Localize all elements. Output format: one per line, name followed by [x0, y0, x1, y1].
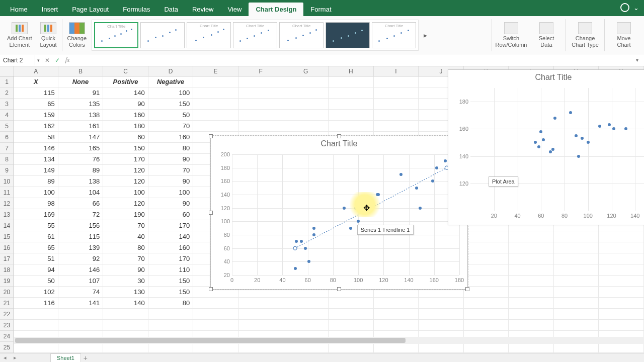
- move-chart-button[interactable]: Move Chart: [608, 22, 640, 47]
- cell[interactable]: 120: [103, 165, 148, 176]
- cell[interactable]: 147: [58, 132, 104, 143]
- cell[interactable]: [14, 309, 58, 320]
- cell[interactable]: 150: [103, 143, 148, 154]
- sheet-tab[interactable]: Sheet1: [50, 353, 81, 362]
- row-header[interactable]: 1: [0, 76, 14, 87]
- row-header[interactable]: 6: [0, 132, 14, 143]
- tab-insert[interactable]: Insert: [35, 3, 65, 16]
- row-header[interactable]: 18: [0, 264, 14, 276]
- row-header[interactable]: 5: [0, 121, 14, 132]
- row-header[interactable]: 10: [0, 176, 14, 187]
- cell[interactable]: 180: [103, 121, 148, 132]
- cell[interactable]: None: [58, 76, 104, 87]
- cell[interactable]: 169: [14, 209, 58, 220]
- row-header[interactable]: 24: [0, 331, 14, 342]
- cell[interactable]: [599, 298, 644, 309]
- row-header[interactable]: 8: [0, 154, 14, 165]
- data-point[interactable]: [542, 138, 545, 141]
- row-header[interactable]: 14: [0, 220, 14, 231]
- data-point[interactable]: [569, 111, 572, 114]
- column-header[interactable]: G: [283, 66, 329, 76]
- cell[interactable]: [554, 231, 599, 242]
- cell[interactable]: [554, 264, 599, 276]
- cell[interactable]: [238, 320, 284, 331]
- cell[interactable]: 115: [14, 87, 58, 99]
- cell[interactable]: 50: [14, 276, 58, 287]
- data-point[interactable]: [534, 141, 537, 144]
- cell[interactable]: 40: [103, 231, 148, 242]
- row-header[interactable]: 12: [0, 198, 14, 209]
- row-header[interactable]: 22: [0, 309, 14, 320]
- horizontal-scrollbar[interactable]: [14, 337, 644, 344]
- cell[interactable]: 51: [14, 253, 58, 264]
- sheet-nav-next-icon[interactable]: ▸: [10, 354, 20, 361]
- cell[interactable]: 66: [58, 198, 104, 209]
- cell[interactable]: [329, 309, 374, 320]
- cell[interactable]: [554, 287, 599, 298]
- cell[interactable]: 89: [58, 165, 104, 176]
- cell[interactable]: [329, 320, 374, 331]
- cell[interactable]: [599, 264, 644, 276]
- cell[interactable]: [238, 309, 284, 320]
- cell[interactable]: [374, 76, 419, 87]
- tab-home[interactable]: Home: [3, 3, 35, 16]
- row-header[interactable]: 11: [0, 187, 14, 198]
- cell[interactable]: Negative: [148, 76, 194, 87]
- row-header[interactable]: 17: [0, 253, 14, 264]
- cell[interactable]: 100: [103, 187, 148, 198]
- cell[interactable]: 72: [58, 209, 104, 220]
- cell[interactable]: [374, 110, 419, 121]
- row-header[interactable]: 7: [0, 143, 14, 154]
- cell[interactable]: 80: [148, 298, 194, 309]
- cell[interactable]: 161: [58, 121, 104, 132]
- cell[interactable]: 138: [58, 110, 104, 121]
- cell[interactable]: [193, 99, 238, 110]
- cell[interactable]: [419, 298, 464, 309]
- cell[interactable]: [193, 110, 238, 121]
- chart-title[interactable]: Chart Title: [448, 70, 644, 83]
- cell[interactable]: 89: [14, 176, 58, 187]
- cell[interactable]: [193, 320, 238, 331]
- cell[interactable]: 159: [14, 110, 58, 121]
- tab-chart-design[interactable]: Chart Design: [249, 3, 303, 16]
- row-header[interactable]: 19: [0, 276, 14, 287]
- feedback-smile-icon[interactable]: [620, 3, 629, 12]
- row-header[interactable]: 9: [0, 165, 14, 176]
- cell[interactable]: [554, 298, 599, 309]
- cell[interactable]: [509, 276, 554, 287]
- cell[interactable]: 90: [148, 176, 194, 187]
- cell[interactable]: 65: [14, 242, 58, 253]
- cell[interactable]: 140: [148, 231, 194, 242]
- cell[interactable]: 90: [148, 198, 194, 209]
- cell[interactable]: [238, 298, 284, 309]
- cell[interactable]: 70: [148, 165, 194, 176]
- cell[interactable]: 162: [14, 121, 58, 132]
- cell[interactable]: [283, 99, 329, 110]
- cell[interactable]: 60: [148, 209, 194, 220]
- trendline[interactable]: [232, 154, 459, 275]
- cell[interactable]: 104: [58, 187, 104, 198]
- cell[interactable]: [103, 309, 148, 320]
- cell[interactable]: [419, 309, 464, 320]
- cell[interactable]: 70: [103, 220, 148, 231]
- cell[interactable]: [464, 242, 509, 253]
- column-header[interactable]: C: [103, 66, 148, 76]
- data-point[interactable]: [577, 155, 580, 158]
- cell[interactable]: 120: [103, 198, 148, 209]
- cell[interactable]: 100: [148, 187, 194, 198]
- formula-input[interactable]: [72, 59, 636, 62]
- cell[interactable]: 149: [14, 165, 58, 176]
- add-sheet-icon[interactable]: +: [81, 354, 90, 362]
- cell[interactable]: [464, 320, 509, 331]
- row-header[interactable]: 4: [0, 110, 14, 121]
- cell[interactable]: 90: [148, 154, 194, 165]
- cell[interactable]: 102: [14, 287, 58, 298]
- cell[interactable]: 58: [14, 132, 58, 143]
- column-header[interactable]: F: [238, 66, 284, 76]
- row-header[interactable]: 20: [0, 287, 14, 298]
- row-header[interactable]: 2: [0, 87, 14, 99]
- cell[interactable]: 90: [103, 264, 148, 276]
- cell[interactable]: [193, 76, 238, 87]
- data-point[interactable]: [537, 145, 540, 148]
- chart-style-2[interactable]: [140, 22, 185, 48]
